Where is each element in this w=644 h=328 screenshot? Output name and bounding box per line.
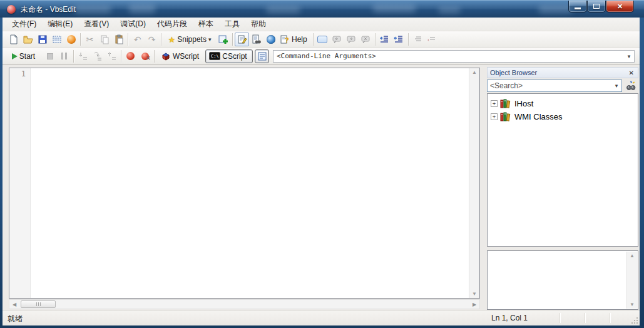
code-editor[interactable]: 1 ▲ ▼ <box>9 68 480 299</box>
step-over-button[interactable] <box>90 49 105 63</box>
main-area: 1 ▲ ▼ ◀ ▶ Objec <box>3 65 640 310</box>
status-ready-text: 就绪 <box>8 314 23 324</box>
toolbar-separator <box>80 33 81 46</box>
panel-splitter[interactable] <box>482 65 487 310</box>
help-button[interactable]: ? Help <box>278 33 311 46</box>
menu-tools[interactable]: 工具 <box>219 18 245 31</box>
menu-view[interactable]: 查看(V) <box>78 18 115 31</box>
paste-icon <box>114 34 124 44</box>
start-icon <box>12 53 18 59</box>
line-number: 1 <box>21 69 26 78</box>
bubble-previous-icon <box>332 34 342 44</box>
minimize-icon <box>575 8 581 9</box>
svg-text:?: ? <box>285 36 289 44</box>
scroll-down-icon[interactable]: ▼ <box>469 291 479 297</box>
scroll-down-icon[interactable]: ▼ <box>627 302 637 307</box>
scroll-up-icon[interactable]: ▲ <box>627 253 637 259</box>
find-document-icon <box>252 34 262 44</box>
cut-icon: ✂ <box>86 34 94 44</box>
object-browser-search-row: <Search> ▾ <box>487 78 638 93</box>
record-icon <box>67 35 76 44</box>
stop-button[interactable] <box>43 49 57 63</box>
cscript-button[interactable]: C:\ CScript <box>205 49 253 63</box>
expand-icon[interactable]: + <box>491 113 498 120</box>
window-title: 未命名 - VbsEdit <box>21 4 76 15</box>
close-panel-button[interactable]: ✕ <box>628 69 635 76</box>
save-button[interactable] <box>35 33 49 46</box>
object-browser-tree[interactable]: + IHost + <box>487 93 638 247</box>
tree-item-wmi-classes[interactable]: + WMI Classes <box>491 110 638 123</box>
status-separator <box>610 313 610 323</box>
editor-horizontal-scrollbar[interactable]: ◀ ▶ <box>9 299 480 309</box>
command-line-arguments-value: <Command-Line Arguments> <box>273 52 624 60</box>
title-bar[interactable]: 未命名 - VbsEdit ✕ <box>0 0 644 18</box>
tooltip-box-icon <box>317 36 327 43</box>
undo-button[interactable]: ↶ <box>130 33 145 46</box>
code-surface[interactable] <box>31 68 469 298</box>
outdent-button[interactable] <box>392 33 406 46</box>
expand-icon[interactable]: + <box>491 100 498 107</box>
resize-grip[interactable] <box>631 317 638 324</box>
start-button[interactable]: Start <box>6 49 43 63</box>
cut-button[interactable]: ✂ <box>83 33 97 46</box>
copy-button[interactable] <box>97 33 111 46</box>
record-button[interactable] <box>64 33 78 46</box>
open-file-button[interactable] <box>21 33 35 46</box>
status-separator <box>585 313 585 323</box>
editor-view-button[interactable] <box>235 33 249 46</box>
clear-breakpoints-button[interactable]: ✕ <box>138 49 152 63</box>
maximize-button[interactable] <box>587 1 606 13</box>
tooltip-box-button[interactable] <box>315 33 330 46</box>
glass-reflection <box>538 6 573 13</box>
minimize-button[interactable] <box>568 1 587 13</box>
help-label: Help <box>292 35 307 44</box>
step-out-button[interactable] <box>105 49 119 63</box>
command-line-arguments-combo[interactable]: <Command-Line Arguments> ▾ <box>273 50 635 63</box>
menu-samples[interactable]: 样本 <box>193 18 219 31</box>
step-into-button[interactable] <box>76 49 90 63</box>
scroll-right-icon[interactable]: ▶ <box>469 302 479 307</box>
step-over-icon <box>93 51 103 61</box>
member-description-panel[interactable]: ▲ ▼ <box>487 250 638 310</box>
close-button[interactable]: ✕ <box>606 1 634 13</box>
search-button[interactable] <box>623 79 638 92</box>
menu-snippets[interactable]: 代码片段 <box>151 18 193 31</box>
redo-button[interactable]: ↷ <box>145 33 159 46</box>
chevron-down-icon[interactable]: ▾ <box>611 83 621 89</box>
menu-help[interactable]: 帮助 <box>245 18 272 31</box>
web-help-button[interactable] <box>263 33 278 46</box>
indent-button[interactable] <box>377 33 392 46</box>
glass-reflection <box>74 6 111 13</box>
description-vertical-scrollbar[interactable]: ▲ ▼ <box>626 252 637 309</box>
chevron-down-icon[interactable]: ▾ <box>624 53 634 59</box>
menu-debug[interactable]: 调试(D) <box>115 18 151 31</box>
show-console-button[interactable] <box>255 49 269 63</box>
menu-file[interactable]: 文件(F) <box>6 18 42 31</box>
uncomment-button[interactable] <box>425 33 439 46</box>
editor-vertical-scrollbar[interactable]: ▲ ▼ <box>469 68 479 298</box>
pause-button[interactable] <box>57 49 71 63</box>
line-number-gutter: 1 <box>9 68 31 298</box>
scroll-up-icon[interactable]: ▲ <box>469 69 479 75</box>
menu-edit[interactable]: 编辑(E) <box>42 18 78 31</box>
uncomment-lines-icon <box>427 34 437 44</box>
comment-button[interactable] <box>411 33 425 46</box>
scroll-left-icon[interactable]: ◀ <box>9 302 19 307</box>
new-file-button[interactable] <box>6 33 21 46</box>
samples-button[interactable] <box>49 33 64 46</box>
previous-bookmark-button[interactable] <box>330 33 344 46</box>
help-document-icon: ? <box>280 34 290 44</box>
find-in-document-button[interactable] <box>249 33 263 46</box>
scrollbar-thumb[interactable] <box>21 300 56 308</box>
new-file-icon <box>9 34 19 44</box>
tree-item-ihost[interactable]: + IHost <box>491 97 638 110</box>
search-combo[interactable]: <Search> ▾ <box>487 79 622 92</box>
add-snippet-button[interactable] <box>216 33 230 46</box>
snippets-dropdown-button[interactable]: ★ Snippets ▾ <box>163 33 216 46</box>
wscript-button[interactable]: WScript <box>156 49 205 63</box>
paste-button[interactable] <box>111 33 126 46</box>
toggle-breakpoint-button[interactable] <box>123 49 138 63</box>
debug-toolbar: Start ✕ <box>3 48 640 64</box>
next-bookmark-button[interactable] <box>344 33 359 46</box>
clear-bookmarks-button[interactable] <box>359 33 373 46</box>
